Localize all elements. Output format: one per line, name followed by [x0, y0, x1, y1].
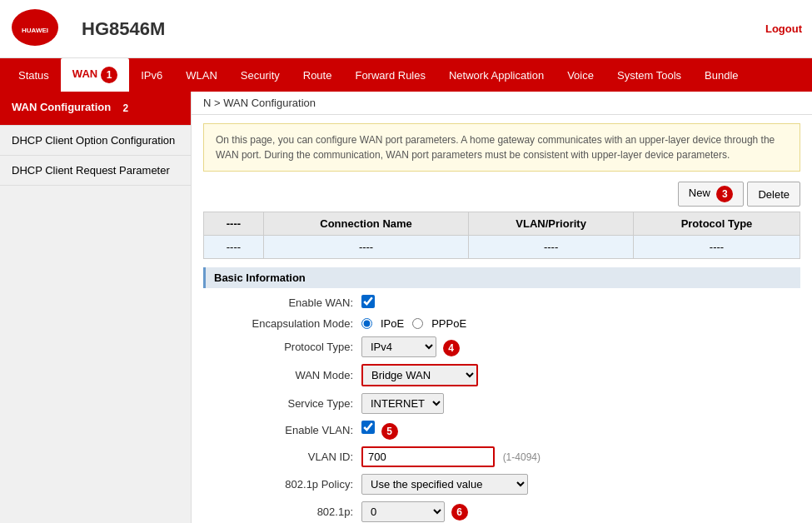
service-type-row: Service Type: INTERNET TR069 VOIP OTHER: [212, 390, 800, 417]
wan-mode-row: WAN Mode: Bridge WAN Route WAN: [212, 361, 800, 390]
enable-wan-row: Enable WAN:: [212, 291, 800, 314]
col-vlan-priority: VLAN/Priority: [469, 212, 634, 236]
val-802-1p-select[interactable]: 0 1 2 3 4 5 6 7: [361, 501, 445, 522]
delete-button[interactable]: Delete: [747, 182, 800, 207]
encap-pppoe-radio[interactable]: [412, 318, 423, 329]
protocol-type-label: Protocol Type:: [212, 341, 361, 353]
col-connection-name: Connection Name: [263, 212, 468, 236]
nav-item-status[interactable]: Status: [7, 61, 61, 90]
wan-mode-select[interactable]: Bridge WAN Route WAN: [361, 364, 478, 386]
brand-title: HG8546M: [82, 18, 165, 40]
nav-item-wlan[interactable]: WLAN: [174, 61, 229, 90]
table-row: ---- ---- ---- ----: [204, 236, 800, 259]
service-type-select[interactable]: INTERNET TR069 VOIP OTHER: [361, 393, 444, 414]
nav-item-network-app[interactable]: Network Application: [437, 61, 555, 90]
sidebar-item-wan-config[interactable]: WAN Configuration 2: [0, 92, 191, 126]
nav-item-route[interactable]: Route: [291, 61, 344, 90]
enable-wan-checkbox[interactable]: [361, 295, 375, 308]
protocol-type-select[interactable]: IPv4 IPv6 IPv4/IPv6: [361, 336, 436, 357]
policy-802-1p-select[interactable]: Use the specified value Copy from inner …: [361, 474, 528, 495]
col-protocol-type: Protocol Type: [633, 212, 800, 236]
policy-802-1p-row: 802.1p Policy: Use the specified value C…: [212, 471, 800, 498]
col-empty: ----: [204, 212, 264, 236]
policy-802-1p-label: 802.1p Policy:: [212, 478, 361, 491]
new-badge: 3: [716, 186, 733, 202]
vlan-id-input[interactable]: [361, 446, 495, 467]
sidebar-item-dhcp-option[interactable]: DHCP Client Option Configuration: [0, 126, 191, 156]
enable-wan-control: [361, 295, 800, 311]
logo: HUAWEI: [10, 7, 68, 51]
policy-802-1p-control: Use the specified value Copy from inner …: [361, 474, 800, 495]
sidebar-item-dhcp-request[interactable]: DHCP Client Request Parameter: [0, 156, 191, 186]
vlan-id-row: VLAN ID: (1-4094): [212, 443, 800, 471]
enable-vlan-label: Enable VLAN:: [212, 424, 361, 436]
encap-ipoe-label: IPoE: [381, 317, 404, 330]
info-box: On this page, you can configure WAN port…: [203, 123, 800, 172]
nav-item-bundle[interactable]: Bundle: [693, 61, 750, 90]
vlan-id-label: VLAN ID:: [212, 451, 361, 463]
nav-item-security[interactable]: Security: [229, 61, 291, 90]
sidebar-badge-2: 2: [117, 100, 134, 117]
encap-ipoe-radio[interactable]: [361, 318, 372, 329]
nav-wan-badge: 1: [101, 67, 117, 83]
sidebar: WAN Configuration 2 DHCP Client Option C…: [0, 92, 192, 523]
basic-info-header: Basic Information: [203, 267, 800, 288]
content-area: On this page, you can configure WAN port…: [192, 115, 812, 523]
connection-table: ---- Connection Name VLAN/Priority Proto…: [203, 212, 800, 259]
enable-wan-label: Enable WAN:: [212, 296, 361, 309]
nav-item-wan[interactable]: WAN1: [61, 58, 129, 92]
logout-button[interactable]: Logout: [765, 22, 802, 35]
main-nav: Status WAN1 IPv6 WLAN Security Route For…: [0, 58, 812, 92]
enable-vlan-badge: 5: [381, 423, 398, 440]
encap-mode-control: IPoE PPPoE: [361, 317, 800, 330]
nav-item-ipv6[interactable]: IPv6: [129, 61, 174, 90]
enable-vlan-row: Enable VLAN: 5: [212, 417, 800, 443]
vlan-id-control: (1-4094): [361, 446, 800, 467]
protocol-type-control: IPv4 IPv6 IPv4/IPv6 4: [361, 336, 800, 357]
toolbar: New 3 Delete: [203, 182, 800, 207]
val-802-1p-badge: 6: [451, 504, 468, 521]
svg-text:HUAWEI: HUAWEI: [22, 27, 48, 34]
protocol-type-row: Protocol Type: IPv4 IPv6 IPv4/IPv6 4: [212, 333, 800, 361]
encap-mode-label: Encapsulation Mode:: [212, 317, 361, 330]
service-type-label: Service Type:: [212, 397, 361, 410]
new-button[interactable]: New 3: [678, 182, 745, 207]
nav-item-forward-rules[interactable]: Forward Rules: [343, 61, 437, 90]
encap-pppoe-label: PPPoE: [431, 317, 466, 330]
breadcrumb: N > WAN Configuration: [192, 92, 812, 115]
vlan-id-hint: (1-4094): [503, 451, 541, 463]
nav-item-voice[interactable]: Voice: [555, 61, 605, 90]
val-802-1p-control: 0 1 2 3 4 5 6 7 6: [361, 501, 800, 522]
val-802-1p-label: 802.1p:: [212, 506, 361, 518]
wan-mode-control: Bridge WAN Route WAN: [361, 364, 800, 386]
service-type-control: INTERNET TR069 VOIP OTHER: [361, 393, 800, 414]
nav-item-system-tools[interactable]: System Tools: [605, 61, 693, 90]
enable-vlan-checkbox[interactable]: [361, 421, 375, 434]
val-802-1p-row: 802.1p: 0 1 2 3 4 5 6 7 6: [212, 498, 800, 523]
enable-vlan-control: 5: [361, 421, 800, 440]
protocol-type-badge: 4: [443, 340, 460, 356]
wan-mode-label: WAN Mode:: [212, 369, 361, 381]
encap-mode-row: Encapsulation Mode: IPoE PPPoE: [212, 314, 800, 333]
